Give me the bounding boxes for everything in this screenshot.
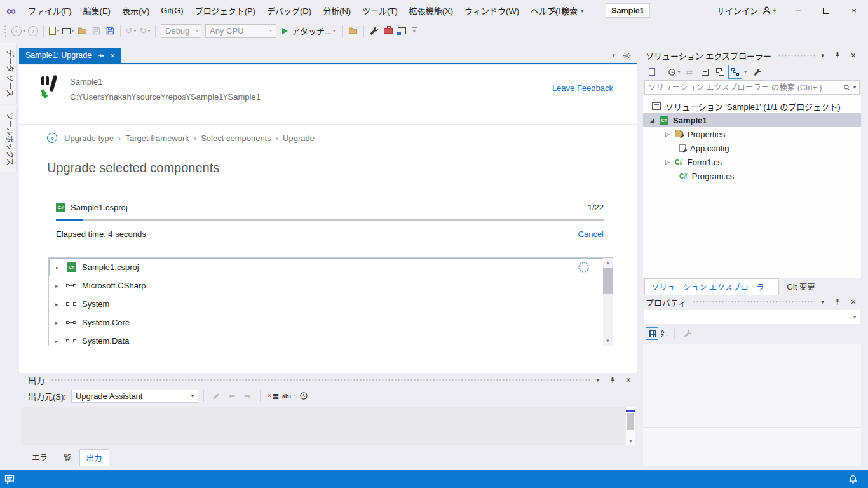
sync-with-active-document-button[interactable]: ⇄	[682, 65, 696, 79]
breadcrumb-step-upgrade[interactable]: Upgrade	[283, 133, 315, 143]
scroll-down-icon[interactable]: ▼	[606, 336, 611, 346]
component-row[interactable]: ▸ Microsoft.CSharp	[49, 276, 613, 295]
sign-in-button[interactable]: サインイン +	[717, 0, 776, 21]
tab-output[interactable]: 出力	[79, 449, 109, 466]
output-source-dropdown[interactable]: Upgrade Assistant ▾	[71, 390, 198, 403]
tree-item-program[interactable]: C# Program.cs	[643, 169, 861, 183]
expand-arrow-icon[interactable]: ▸	[55, 338, 60, 344]
properties-object-dropdown[interactable]: ▾	[644, 310, 860, 324]
tab-solution-explorer[interactable]: ソリューション エクスプローラー	[644, 278, 779, 295]
timestamp-button[interactable]	[296, 389, 311, 403]
save-button[interactable]	[90, 24, 102, 38]
categorized-view-button[interactable]	[646, 327, 658, 340]
navigate-forward-button[interactable]: ›	[27, 24, 39, 38]
menu-item-tools[interactable]: ツール(T)	[356, 0, 403, 21]
previous-message-button[interactable]: ⇐	[224, 389, 240, 403]
close-button[interactable]: ×	[840, 0, 868, 21]
save-all-button[interactable]	[104, 24, 116, 38]
component-row[interactable]: ▸ System	[49, 295, 613, 313]
navigate-back-button[interactable]: ‹▾	[11, 24, 25, 38]
gear-icon[interactable]	[623, 51, 631, 60]
open-file-button[interactable]	[76, 24, 88, 38]
tree-item-properties[interactable]: ▷ Properties	[643, 127, 861, 141]
property-pages-button[interactable]	[681, 327, 695, 341]
toolbox-button[interactable]	[382, 24, 395, 38]
tree-item-app-config[interactable]: App.config	[643, 141, 861, 155]
breadcrumb-step-target-framework[interactable]: Target framework	[125, 133, 189, 143]
switch-views-button[interactable]	[645, 65, 659, 79]
undo-button[interactable]: ↺▾	[125, 24, 137, 38]
expand-arrow-icon[interactable]: ▷	[665, 131, 670, 137]
find-in-files-button[interactable]	[347, 24, 360, 38]
pin-icon[interactable]	[97, 52, 104, 59]
pin-icon[interactable]	[834, 51, 841, 59]
menu-item-window[interactable]: ウィンドウ(W)	[459, 0, 525, 21]
tab-sample1-upgrade[interactable]: Sample1: Upgrade ×	[19, 48, 121, 63]
output-text-area[interactable]: ▼	[21, 407, 635, 445]
search-button[interactable]: 検索 ▾	[550, 0, 584, 21]
properties-tool-button[interactable]	[368, 24, 381, 38]
components-scrollbar[interactable]: ▲ ▼	[603, 258, 613, 346]
scroll-up-icon[interactable]: ▲	[606, 258, 611, 268]
tab-git-changes[interactable]: Git 変更	[780, 278, 821, 294]
redo-button[interactable]: ↻▾	[139, 24, 151, 38]
restore-button[interactable]	[812, 0, 840, 21]
chevron-down-icon[interactable]: ▾	[853, 85, 856, 90]
component-row[interactable]: ▸ System.Core	[49, 313, 613, 332]
chevron-down-icon[interactable]: ▾	[744, 69, 747, 75]
show-all-files-button[interactable]	[713, 65, 727, 79]
search-input[interactable]	[648, 83, 843, 92]
window-position-dropdown[interactable]: ▾	[821, 299, 824, 305]
minimize-button[interactable]: ─	[784, 0, 812, 21]
expand-arrow-icon[interactable]: ▸	[55, 283, 60, 289]
window-position-dropdown[interactable]: ▾	[596, 377, 599, 383]
solution-platform-dropdown[interactable]: Any CPU▾	[205, 24, 276, 38]
menu-item-debug[interactable]: デバッグ(D)	[261, 0, 317, 21]
pin-icon[interactable]	[834, 298, 841, 306]
menu-item-git[interactable]: Git(G)	[155, 0, 189, 21]
pin-icon[interactable]	[609, 376, 616, 384]
menu-item-view[interactable]: 表示(V)	[116, 0, 155, 21]
solution-configuration-dropdown[interactable]: Debug▾	[161, 24, 201, 38]
pending-changes-filter-button[interactable]: ▾	[667, 65, 681, 79]
attach-to-process-button[interactable]: アタッチ...▾	[278, 25, 339, 37]
tree-item-project-sample1[interactable]: ◢ C# Sample1	[643, 113, 861, 127]
search-icon[interactable]	[843, 84, 851, 92]
close-icon[interactable]: ×	[110, 51, 115, 60]
panel-drag-texture[interactable]	[778, 53, 815, 57]
collapse-all-button[interactable]	[698, 65, 712, 79]
menu-item-edit[interactable]: 編集(E)	[78, 0, 116, 21]
feedback-icon[interactable]	[4, 474, 15, 484]
scrollbar-thumb[interactable]	[603, 268, 613, 294]
active-files-dropdown[interactable]: ▾	[612, 52, 615, 58]
alphabetical-sort-button[interactable]: AZ ↓	[661, 329, 668, 339]
panel-drag-texture[interactable]	[693, 300, 815, 304]
back-button[interactable]: ‹	[47, 133, 57, 143]
scroll-down-icon[interactable]: ▼	[626, 438, 635, 444]
toolbar-overflow-button[interactable]: ▾	[412, 27, 417, 35]
clear-all-button[interactable]: ✕≣	[266, 389, 281, 403]
menu-item-extensions[interactable]: 拡張機能(X)	[403, 0, 459, 21]
tab-toolbox[interactable]: ツールボックス	[0, 106, 17, 172]
notifications-bell-icon[interactable]	[848, 475, 858, 484]
close-icon[interactable]: ×	[851, 51, 856, 60]
breadcrumb-step-upgrade-type[interactable]: Upgrade type	[64, 133, 114, 143]
component-row[interactable]: ▸ System.Data	[49, 332, 613, 346]
component-row[interactable]: ▸ C# Sample1.csproj	[49, 258, 613, 276]
expand-arrow-icon[interactable]: ▸	[55, 301, 60, 308]
tab-data-sources[interactable]: データ ソース	[0, 43, 17, 104]
expand-arrow-icon[interactable]: ▸	[56, 264, 61, 271]
panel-drag-texture[interactable]	[51, 378, 590, 382]
extensions-window-button[interactable]	[396, 24, 409, 38]
goto-source-button[interactable]	[209, 389, 224, 403]
track-active-item-button[interactable]	[728, 65, 742, 79]
menu-item-project[interactable]: プロジェクト(P)	[189, 0, 261, 21]
menu-item-file[interactable]: ファイル(F)	[22, 0, 78, 21]
menu-item-analyze[interactable]: 分析(N)	[317, 0, 356, 21]
toolbar-grip[interactable]	[4, 25, 7, 37]
next-message-button[interactable]: ⇒	[240, 389, 255, 403]
expand-arrow-icon[interactable]: ◢	[649, 117, 655, 123]
new-file-button[interactable]: ▾	[62, 24, 74, 38]
new-project-button[interactable]: ▾	[48, 24, 60, 38]
expand-arrow-icon[interactable]: ▷	[665, 159, 670, 165]
